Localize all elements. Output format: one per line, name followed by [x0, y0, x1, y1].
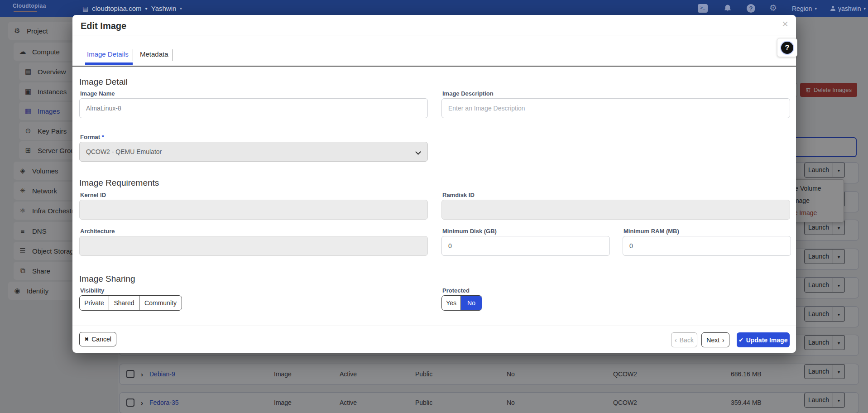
bell-icon[interactable]	[723, 4, 733, 13]
visibility-label: Visibility	[80, 287, 104, 294]
close-icon[interactable]: ×	[779, 18, 791, 30]
protected-label: Protected	[442, 287, 470, 294]
brand-tagline	[14, 11, 37, 12]
tab-separator	[133, 49, 133, 61]
visibility-private-button[interactable]: Private	[80, 296, 109, 310]
section-heading-image-detail: Image Detail	[79, 77, 128, 87]
image-name-label: Image Name	[80, 90, 115, 97]
chevron-down-icon: ▾	[180, 6, 182, 11]
format-label: Format *	[80, 134, 104, 140]
top-navbar: Cloudtopiaa ▤ cloudtopiaa.com • Yashwin …	[0, 0, 868, 17]
visibility-community-button[interactable]: Community	[139, 296, 182, 310]
help-button[interactable]: ?	[777, 38, 797, 57]
required-asterisk: *	[102, 134, 104, 140]
image-name-input[interactable]	[79, 98, 428, 118]
protected-no-button[interactable]: No	[461, 296, 482, 310]
check-icon: ✔	[739, 337, 743, 343]
architecture-label: Architecture	[80, 228, 115, 235]
kernel-id-input	[79, 200, 428, 220]
breadcrumb-separator: •	[145, 5, 147, 12]
min-disk-label: Minimum Disk (GB)	[442, 228, 497, 235]
cancel-button[interactable]: ✖ Cancel	[79, 332, 116, 346]
active-tab-underline	[85, 62, 133, 65]
image-description-input[interactable]	[441, 98, 790, 118]
tabstrip-divider	[72, 66, 796, 67]
x-mark-icon: ✖	[84, 336, 89, 342]
chevron-left-icon: ‹	[675, 336, 677, 344]
visibility-shared-button[interactable]: Shared	[109, 296, 139, 310]
table-icon: ▤	[82, 5, 88, 12]
image-description-label: Image Description	[442, 90, 494, 97]
format-select[interactable]: QCOW2 - QEMU Emulator	[79, 142, 428, 162]
brand-logo[interactable]: Cloudtopiaa	[13, 3, 46, 9]
ramdisk-id-label: Ramdisk ID	[442, 192, 475, 198]
modal-title: Edit Image	[81, 21, 126, 31]
ramdisk-id-input	[441, 200, 790, 220]
tab-metadata[interactable]: Metadata	[140, 50, 168, 58]
app-root: Cloudtopiaa ▤ cloudtopiaa.com • Yashwin …	[0, 0, 868, 413]
next-button[interactable]: Next ›	[701, 332, 729, 347]
architecture-input	[79, 236, 428, 256]
protected-toggle-group: Yes No	[441, 295, 482, 311]
person-icon	[830, 6, 835, 11]
chevron-right-icon: ›	[722, 336, 724, 344]
chevron-down-icon: ▾	[815, 6, 817, 11]
help-icon[interactable]: ?	[747, 4, 755, 13]
gear-icon[interactable]: ⚙	[769, 3, 777, 13]
header-divider	[72, 35, 796, 35]
region-menu[interactable]: Region ▾	[792, 0, 817, 17]
visibility-button-group: Private Shared Community	[79, 295, 182, 311]
kernel-id-label: Kernel ID	[80, 192, 106, 198]
section-heading-image-requirements: Image Requirements	[79, 178, 159, 188]
min-ram-label: Minimum RAM (MB)	[623, 228, 679, 235]
footer-divider	[72, 326, 796, 326]
breadcrumb[interactable]: ▤ cloudtopiaa.com • Yashwin ▾	[82, 0, 182, 17]
min-ram-input[interactable]	[623, 236, 791, 256]
min-disk-input[interactable]	[441, 236, 610, 256]
edit-image-modal: Edit Image × Image Details Metadata Imag…	[72, 15, 796, 353]
breadcrumb-site: cloudtopiaa.com	[92, 5, 141, 12]
user-menu[interactable]: yashwin ▾	[830, 0, 866, 17]
terminal-icon[interactable]: >_	[698, 4, 708, 13]
chevron-down-icon	[415, 149, 421, 155]
breadcrumb-user: Yashwin	[151, 5, 177, 12]
update-image-button[interactable]: ✔ Update Image	[737, 332, 790, 347]
tab-image-details[interactable]: Image Details	[87, 50, 129, 58]
section-heading-image-sharing: Image Sharing	[79, 274, 135, 284]
question-mark-icon: ?	[781, 42, 793, 54]
tab-separator	[173, 49, 173, 61]
chevron-down-icon: ▾	[864, 6, 866, 11]
protected-yes-button[interactable]: Yes	[442, 296, 461, 310]
back-button[interactable]: ‹ Back	[671, 332, 697, 347]
